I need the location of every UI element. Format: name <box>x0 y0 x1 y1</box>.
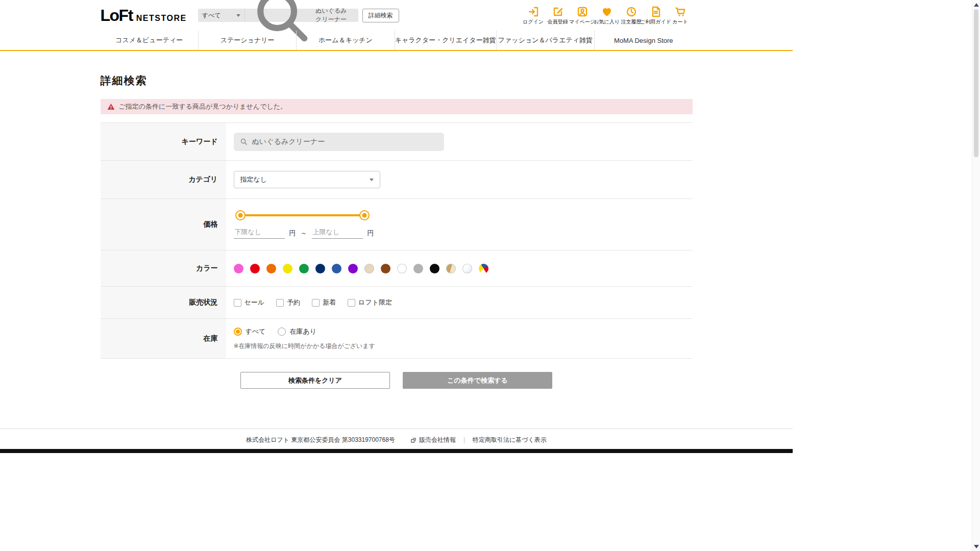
clear-search-button[interactable]: 検索条件をクリア <box>240 372 390 389</box>
form-row-category: カテゴリ 指定なし <box>101 161 693 199</box>
checkbox-preorder[interactable]: 予約 <box>276 298 300 307</box>
register-icon <box>552 5 564 18</box>
price-range-separator: ～ <box>301 229 307 238</box>
color-swatch-blue[interactable] <box>332 264 341 273</box>
checkbox-icon <box>348 299 355 307</box>
triangle-up-icon <box>974 3 979 7</box>
checkbox-icon <box>234 299 241 307</box>
keyword-value: ぬいぐるみクリーナー <box>252 137 325 146</box>
utility-label: カート <box>672 18 688 26</box>
color-swatch-pink[interactable] <box>234 264 243 273</box>
category-label: カテゴリ <box>101 161 226 198</box>
nav-item-home-kitchen[interactable]: ホーム＆キッチン <box>296 31 394 50</box>
color-swatch-gray[interactable] <box>413 264 423 273</box>
mypage-icon <box>576 5 589 18</box>
page-viewport: LoFt NETSTORE すべて ぬいぐるみクリーナー 詳細検索 <box>0 0 793 453</box>
scrollbar-down-arrow[interactable] <box>972 543 980 550</box>
chevron-down-icon <box>236 14 240 17</box>
checkbox-label: ロフト限定 <box>358 298 392 307</box>
form-actions: 検索条件をクリア この条件で検索する <box>101 372 693 389</box>
utility-cart[interactable]: カート <box>668 5 693 26</box>
keyword-label: キーワード <box>101 123 226 160</box>
form-row-color: カラー <box>101 251 693 287</box>
order-history-icon <box>625 5 638 18</box>
utility-label: ご利用ガイド <box>640 18 671 26</box>
footer-divider <box>464 437 464 443</box>
price-slider-track <box>240 214 364 216</box>
header-search-input[interactable]: ぬいぐるみクリーナー <box>245 9 358 22</box>
utility-guide[interactable]: ご利用ガイド <box>644 5 668 26</box>
search-icon <box>240 138 248 145</box>
header-search-bar: すべて ぬいぐるみクリーナー 詳細検索 <box>198 9 399 22</box>
color-swatch-multicolor[interactable] <box>479 264 488 273</box>
login-icon <box>527 5 540 18</box>
favorite-icon <box>601 5 613 18</box>
radio-icon <box>234 328 242 336</box>
utility-favorites[interactable]: お気に入り <box>595 5 619 26</box>
utility-label: 注文履歴 <box>621 18 642 26</box>
color-swatch-beige[interactable] <box>364 264 374 273</box>
scrollbar[interactable] <box>972 0 980 551</box>
category-nav: コスメ＆ビューティー ステーショナリー ホーム＆キッチン キャラクター・クリエイ… <box>0 31 793 51</box>
page-title: 詳細検索 <box>101 73 693 88</box>
loft-logo[interactable]: LoFt NETSTORE <box>101 6 187 25</box>
form-row-price: 価格 円 ～ 円 <box>101 199 693 251</box>
alert-text: ご指定の条件に一致する商品が見つかりませんでした。 <box>119 102 287 111</box>
price-slider-max-handle[interactable] <box>359 210 370 220</box>
utility-label: お気に入り <box>594 18 620 26</box>
checkbox-icon <box>276 299 284 307</box>
color-swatch-red[interactable] <box>250 264 260 273</box>
footer-link-company-info[interactable]: 販売会社情報 <box>410 436 456 444</box>
color-swatch-purple[interactable] <box>348 264 358 273</box>
color-swatch-orange[interactable] <box>266 264 276 273</box>
price-slider-min-handle[interactable] <box>235 210 246 220</box>
keyword-input[interactable]: ぬいぐるみクリーナー <box>234 133 444 151</box>
footer-link-tokushoho[interactable]: 特定商取引法に基づく表示 <box>473 436 547 444</box>
nav-item-character-goods[interactable]: キャラクター・クリエイター雑貨 <box>395 31 496 50</box>
scrollbar-thumb[interactable] <box>974 9 978 157</box>
nav-item-cosmetics[interactable]: コスメ＆ビューティー <box>101 31 198 50</box>
price-unit-label: 円 <box>368 229 374 238</box>
price-label: 価格 <box>101 199 226 250</box>
form-row-sales-status: 販売状況 セール 予約 新着 <box>101 287 693 319</box>
radio-icon <box>278 328 286 336</box>
checkbox-new-arrival[interactable]: 新着 <box>312 298 336 307</box>
footer-link-label: 特定商取引法に基づく表示 <box>473 436 547 444</box>
utility-register[interactable]: 会員登録 <box>546 5 570 26</box>
header-category-select[interactable]: すべて <box>198 9 245 22</box>
price-range-slider[interactable] <box>240 210 364 220</box>
nav-item-fashion-variety[interactable]: ファッション＆バラエティ雑貨 <box>496 31 594 50</box>
logo-netstore-text: NETSTORE <box>136 14 187 23</box>
search-submit-button[interactable]: この条件で検索する <box>403 372 552 389</box>
color-swatch-green[interactable] <box>299 264 309 273</box>
utility-label: ログイン <box>523 18 544 26</box>
nav-item-moma[interactable]: MoMA Design Store <box>594 31 692 50</box>
price-max-input[interactable] <box>312 227 363 239</box>
radio-stock-all[interactable]: すべて <box>234 327 266 336</box>
sales-status-label: 販売状況 <box>101 287 226 318</box>
color-label: カラー <box>101 251 226 286</box>
main-content: 詳細検索 ご指定の条件に一致する商品が見つかりませんでした。 キーワード ぬいぐ… <box>101 73 693 389</box>
window-icon <box>410 437 416 443</box>
triangle-down-icon <box>974 545 979 548</box>
color-swatch-black[interactable] <box>430 264 439 273</box>
color-swatch-navy[interactable] <box>315 264 325 273</box>
price-min-input[interactable] <box>234 227 285 239</box>
checkbox-loft-exclusive[interactable]: ロフト限定 <box>348 298 392 307</box>
stock-note: ※在庫情報の反映に時間がかかる場合がございます <box>234 342 375 350</box>
color-swatch-gold[interactable] <box>446 264 456 273</box>
form-row-stock: 在庫 すべて 在庫あり ※在庫情報の反映に時間がかかる場合がございます <box>101 319 693 359</box>
checkbox-sale[interactable]: セール <box>234 298 265 307</box>
detail-search-button[interactable]: 詳細検索 <box>362 9 399 22</box>
color-swatch-brown[interactable] <box>381 264 390 273</box>
color-swatch-white[interactable] <box>397 264 407 273</box>
utility-login[interactable]: ログイン <box>521 5 546 26</box>
color-swatch-yellow[interactable] <box>283 264 292 273</box>
nav-item-stationery[interactable]: ステーショナリー <box>198 31 296 50</box>
category-select[interactable]: 指定なし <box>234 171 380 188</box>
utility-mypage[interactable]: マイページ <box>570 5 595 26</box>
scrollbar-up-arrow[interactable] <box>972 1 980 8</box>
color-swatch-clear[interactable] <box>462 264 472 273</box>
radio-stock-available[interactable]: 在庫あり <box>278 327 316 336</box>
warning-icon <box>107 103 115 110</box>
